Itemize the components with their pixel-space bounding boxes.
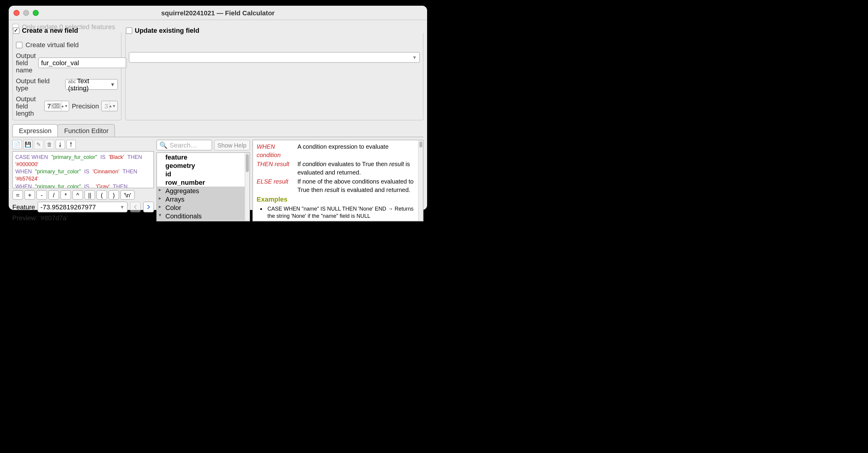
import-icon[interactable]: ⭳: [56, 140, 65, 149]
new-icon[interactable]: 📄: [12, 140, 22, 149]
create-field-label: Create a new field: [22, 27, 78, 34]
virtual-field-label: Create virtual field: [26, 41, 79, 48]
feature-select[interactable]: -73.952819267977 ▼: [37, 202, 128, 213]
prev-feature-button: [130, 202, 141, 213]
operator-button[interactable]: ^: [72, 190, 83, 200]
expression-editor[interactable]: CASE WHEN "primary_fur_color" IS 'Black'…: [12, 151, 154, 188]
update-field-select[interactable]: ▼: [129, 52, 420, 63]
tree-item[interactable]: row_number: [157, 178, 249, 187]
help-example: CASE WHEN "name" IS NULL THEN 'None' END…: [268, 205, 416, 220]
operator-button[interactable]: ||: [84, 190, 95, 200]
tree-item[interactable]: Conditionals: [157, 212, 249, 220]
output-name-input[interactable]: [38, 57, 127, 68]
help-key: THEN result: [257, 160, 294, 176]
tree-item[interactable]: CASE: [157, 220, 249, 221]
help-panel: WHEN conditionA condition expression to …: [252, 140, 424, 221]
field-calculator-dialog: squirrel20241021 — Field Calculator Only…: [9, 6, 427, 210]
help-example: CASE WHEN $area > 10000 THEN 'Big proper…: [268, 220, 416, 221]
titlebar: squirrel20241021 — Field Calculator: [9, 6, 427, 20]
show-help-button[interactable]: Show Help: [214, 140, 250, 150]
tree-item[interactable]: geometry: [157, 161, 249, 170]
edit-icon: ✎: [34, 140, 43, 149]
update-field-label: Update existing field: [135, 27, 199, 34]
precision-label: Precision: [72, 103, 99, 110]
feature-label: Feature: [12, 203, 35, 210]
tab-function-editor[interactable]: Function Editor: [58, 124, 115, 137]
output-type-select[interactable]: abcText (string) ▼: [65, 79, 118, 90]
delete-icon: 🗑: [45, 140, 54, 149]
output-name-label: Output field name: [16, 52, 36, 74]
tab-bar: Expression Function Editor: [12, 124, 424, 137]
export-icon[interactable]: ⭱: [66, 140, 76, 149]
operator-button[interactable]: -: [36, 190, 47, 200]
help-key: WHEN condition: [257, 143, 294, 159]
help-key: ELSE result: [257, 177, 294, 194]
examples-heading: Examples: [257, 195, 416, 204]
preview-label: Preview:: [12, 214, 37, 221]
virtual-field-checkbox[interactable]: [16, 41, 23, 48]
tree-item[interactable]: Aggregates: [157, 187, 249, 195]
clear-icon[interactable]: ⌫: [51, 103, 61, 109]
update-field-group: Update existing field ▼: [125, 33, 424, 120]
scrollbar[interactable]: [418, 140, 423, 221]
operator-button[interactable]: ): [108, 190, 119, 200]
search-icon: 🔍: [159, 141, 168, 149]
search-input[interactable]: 🔍 Search…: [156, 140, 212, 150]
tab-expression[interactable]: Expression: [12, 124, 58, 137]
tree-item[interactable]: Color: [157, 203, 249, 212]
help-text: If none of the above conditions evaluate…: [298, 177, 416, 194]
operator-button[interactable]: *: [60, 190, 71, 200]
help-text: A condition expression to evaluate: [298, 143, 416, 159]
scrollbar[interactable]: [245, 153, 249, 221]
chevron-down-icon: ▼: [412, 55, 417, 60]
window-title: squirrel20241021 — Field Calculator: [9, 9, 427, 16]
operator-button[interactable]: (: [96, 190, 107, 200]
create-field-checkbox[interactable]: [13, 27, 20, 34]
save-icon[interactable]: 💾: [23, 140, 33, 149]
output-length-label: Output field length: [16, 95, 42, 117]
chevron-down-icon: ▼: [110, 82, 115, 87]
tree-item[interactable]: Arrays: [157, 195, 249, 203]
output-type-label: Output field type: [16, 77, 63, 92]
chevron-down-icon: ▼: [120, 204, 125, 210]
operator-button[interactable]: =: [12, 190, 23, 200]
operator-button[interactable]: /: [48, 190, 59, 200]
operator-buttons: =+-/*^||()'\n': [12, 190, 154, 200]
create-field-group: Create a new field Create virtual field …: [12, 33, 122, 120]
tree-item[interactable]: feature: [157, 153, 249, 161]
output-length-stepper[interactable]: 7 ⌫ ▲▼: [44, 101, 69, 111]
tree-item[interactable]: id: [157, 170, 249, 178]
update-field-checkbox[interactable]: [126, 27, 132, 34]
operator-button[interactable]: '\n': [120, 190, 135, 200]
precision-stepper: 3 ▲▼: [101, 101, 118, 111]
stepper-arrows-icon[interactable]: ▲▼: [61, 101, 67, 111]
stepper-arrows-icon: ▲▼: [109, 101, 115, 111]
function-tree[interactable]: featuregeometryidrow_numberAggregatesArr…: [156, 152, 250, 221]
operator-button[interactable]: +: [24, 190, 35, 200]
next-feature-button[interactable]: [143, 202, 154, 213]
help-text: If condition evaluates to True then resu…: [298, 160, 416, 176]
preview-value: '#807d7a': [40, 214, 68, 221]
